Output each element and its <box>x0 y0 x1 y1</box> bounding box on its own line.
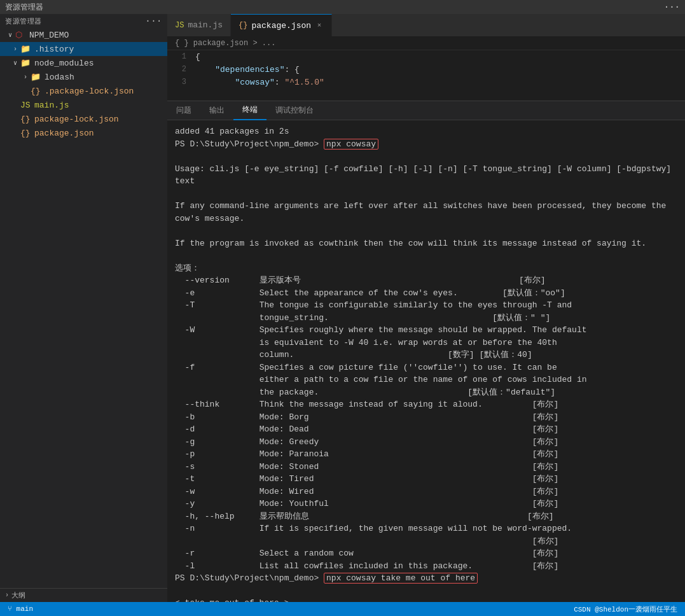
option-T: -T The tongue is configurable similarly … <box>175 299 677 312</box>
breadcrumb-text: { } package.json > ... <box>175 39 275 48</box>
panel-tab-terminal[interactable]: 终端 <box>233 101 266 120</box>
option-w: -w Mode: Wired [布尔] <box>175 486 677 498</box>
status-bar: ⑂ main CSDN @Sheldon一袭烟雨任平生 <box>0 602 685 616</box>
tab-js-icon: JS <box>175 21 184 30</box>
status-right: CSDN @Sheldon一袭烟雨任平生 <box>574 605 677 614</box>
terminal-options-title: 选项： <box>175 262 677 275</box>
tree-root-npm-demo[interactable]: ∨ ⬡ NPM_DEMO <box>0 28 167 42</box>
code-line-3: 3 "cowsay": "^1.5.0" <box>167 76 685 88</box>
tree-item-lodash[interactable]: › 📁 lodash <box>0 70 167 84</box>
option-b: -b Mode: Borg [布尔] <box>175 411 677 424</box>
option-f-cont2: the package. [默认值："default"] <box>175 386 677 399</box>
tree-item-pkg-json[interactable]: {} package.json <box>0 126 167 140</box>
option-T-cont: tongue_string. [默认值：" "] <box>175 312 677 325</box>
line-num-1: 1 <box>167 52 193 61</box>
titlebar-title: 资源管理器 <box>5 2 43 13</box>
option-f-cont1: either a path to a cow file or the name … <box>175 374 677 386</box>
sidebar-outline[interactable]: › 大纲 <box>0 588 167 602</box>
panel-tab-debug[interactable]: 调试控制台 <box>266 101 322 120</box>
tree-arrow-node-modules: ∨ <box>10 59 20 67</box>
terminal-line-added: added 41 packages in 2s <box>175 125 677 138</box>
option-version: --version 显示版本号 [布尔] <box>175 274 677 287</box>
terminal-prompt-2: PS D:\Study\Project\npm_demo> npx cowsay… <box>175 572 677 585</box>
terminal-content[interactable]: added 41 packages in 2s PS D:\Study\Proj… <box>167 120 685 602</box>
main-layout: 资源管理器 ··· ∨ ⬡ NPM_DEMO › 📁 .history ∨ 📁 … <box>0 14 685 602</box>
option-y: -y Mode: Youthful [布尔] <box>175 498 677 510</box>
terminal-line-blank1 <box>175 150 677 163</box>
npm-icon: ⬡ <box>15 30 27 40</box>
code-editor: 1 { 2 "dependencies": { 3 "cowsay": "^1.… <box>167 50 685 101</box>
titlebar-menu[interactable]: ··· <box>664 2 680 12</box>
panel-tabs: 问题 输出 终端 调试控制台 <box>167 101 685 120</box>
tree-arrow-lodash: › <box>20 74 31 81</box>
js-icon-main: JS <box>20 101 32 110</box>
line-content-3: "cowsay": "^1.5.0" <box>193 78 324 87</box>
panel-tab-problems-label: 问题 <box>176 105 191 116</box>
explorer-label: 资源管理器 <box>5 17 42 26</box>
option-n: -n If it is specified, the given message… <box>175 522 677 535</box>
terminal-cmd-cowsay2: npx cowsay take me out of here <box>324 573 478 584</box>
line-num-3: 3 <box>167 78 193 87</box>
outline-arrow: › <box>5 592 9 599</box>
option-g: -g Mode: Greedy [布尔] <box>175 436 677 449</box>
option-p: -p Mode: Paranoia [布尔] <box>175 448 677 461</box>
terminal-cmd-cowsay: npx cowsay <box>324 139 378 150</box>
tree-label-package-lock-inner: .package-lock.json <box>45 87 134 96</box>
tree-arrow-history: › <box>10 46 20 53</box>
tab-main-js[interactable]: JS main.js <box>167 14 231 36</box>
terminal-if1: If any command-line arguments are left o… <box>175 200 677 225</box>
tab-main-js-label: main.js <box>188 20 223 30</box>
code-line-1: 1 { <box>167 50 685 63</box>
tree-item-package-lock-inner[interactable]: {} .package-lock.json <box>0 84 167 98</box>
status-left: ⑂ main <box>8 605 33 613</box>
terminal-line-blank2 <box>175 188 677 200</box>
option-l: -l List all cowfiles included in this pa… <box>175 560 677 573</box>
watermark-text: CSDN @Sheldon一袭烟雨任平生 <box>574 606 677 613</box>
folder-icon-node-modules: 📁 <box>20 58 32 68</box>
terminal-prompt-1: PS D:\Study\Project\npm_demo> npx cowsay <box>175 138 677 151</box>
tab-package-json[interactable]: {} package.json × <box>231 14 332 36</box>
option-W-cont1: is equivalent to -W 40 i.e. wrap words a… <box>175 337 677 349</box>
panel-tab-problems[interactable]: 问题 <box>167 101 200 120</box>
tab-json-icon: {} <box>239 21 247 30</box>
tree-item-history[interactable]: › 📁 .history <box>0 42 167 56</box>
folder-icon-history: 📁 <box>20 44 32 54</box>
option-W-cont2: column. [数字] [默认值：40] <box>175 349 677 361</box>
tree-arrow-npm-demo: ∨ <box>5 31 15 39</box>
option-e: -e Select the appearance of the cow's ey… <box>175 287 677 300</box>
terminal-line-blank3 <box>175 225 677 237</box>
tree-label-pkg-lock: package-lock.json <box>34 115 119 124</box>
tree-label-node-modules: node_modules <box>34 59 94 68</box>
tree-item-main-js[interactable]: JS main.js <box>0 98 167 112</box>
tree-item-node-modules[interactable]: ∨ 📁 node_modules <box>0 56 167 70</box>
sidebar: 资源管理器 ··· ∨ ⬡ NPM_DEMO › 📁 .history ∨ 📁 … <box>0 14 167 602</box>
tab-bar: JS main.js {} package.json × <box>167 14 685 36</box>
panel-tab-debug-label: 调试控制台 <box>275 105 314 116</box>
json-icon-pkg-lock: {} <box>20 115 32 124</box>
panel-tab-output-label: 输出 <box>209 105 225 116</box>
panel-tab-terminal-label: 终端 <box>242 104 258 115</box>
line-num-2: 2 <box>167 65 193 74</box>
terminal-line-blank4 <box>175 249 677 262</box>
titlebar: 资源管理器 ··· <box>0 0 685 14</box>
tree-item-pkg-lock[interactable]: {} package-lock.json <box>0 112 167 126</box>
terminal-if2: If the program is invoked as cowthink th… <box>175 237 677 250</box>
option-s: -s Mode: Stoned [布尔] <box>175 461 677 473</box>
tree-label-pkg-json: package.json <box>34 129 94 138</box>
tab-close-package-json[interactable]: × <box>315 21 324 30</box>
terminal-usage: Usage: cli.js [-e eye_string] [-f cowfil… <box>175 163 677 188</box>
git-branch: ⑂ main <box>8 605 33 613</box>
tree-label-lodash: lodash <box>45 73 74 82</box>
option-n-default: [布尔] <box>175 535 677 548</box>
panel-tab-output[interactable]: 输出 <box>200 101 233 120</box>
option-think: --think Think the message instead of say… <box>175 398 677 411</box>
terminal-blank5 <box>175 585 677 598</box>
breadcrumb: { } package.json > ... <box>167 36 685 50</box>
sidebar-header-menu[interactable]: ··· <box>145 16 162 26</box>
option-W: -W Specifies roughly where the message s… <box>175 324 677 337</box>
option-r: -r Select a random cow [布尔] <box>175 547 677 560</box>
option-h: -h, --help 显示帮助信息 [布尔] <box>175 510 677 523</box>
sidebar-header: 资源管理器 ··· <box>0 14 167 28</box>
line-content-1: { <box>193 52 200 62</box>
cow-line-1: < take me out of here > <box>175 597 677 602</box>
